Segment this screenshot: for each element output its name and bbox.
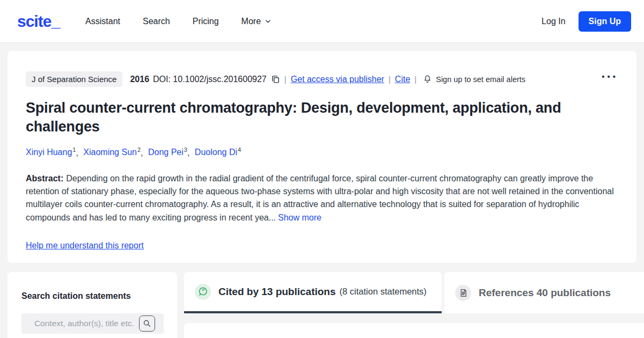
separator: | <box>414 75 416 84</box>
tab-references[interactable]: References 40 publications <box>444 272 644 313</box>
abstract-label: Abstract: <box>26 174 63 183</box>
author-affiliation-sup: 3 <box>184 146 187 153</box>
journal-badge: J of Separation Science <box>26 71 122 87</box>
paper-title: Spiral counter-current chromatography: D… <box>26 99 618 136</box>
nav-item-pricing[interactable]: Pricing <box>193 17 219 26</box>
author-affiliation-sup: 4 <box>238 146 241 153</box>
copy-icon <box>271 75 280 84</box>
author-link[interactable]: Xiaoming Sun <box>83 148 137 157</box>
overflow-menu-button[interactable]: ••• <box>602 72 618 86</box>
authors-line: Xinyi Huang1, Xiaoming Sun2, Dong Pei3, … <box>26 146 618 157</box>
help-understand-link[interactable]: Help me understand this report <box>26 241 144 251</box>
scite-logo[interactable]: scite_ <box>17 12 60 31</box>
tab-cited-by[interactable]: ” Cited by 13 publications (8 citation s… <box>184 272 442 313</box>
get-access-link[interactable]: Get access via publisher <box>291 75 384 84</box>
login-link[interactable]: Log In <box>541 17 565 26</box>
paper-meta-row: J of Separation Science 2016 DOI: 10.100… <box>26 71 618 87</box>
nav-item-assistant[interactable]: Assistant <box>85 17 120 26</box>
separator: | <box>284 75 287 84</box>
chevron-down-icon <box>265 18 272 25</box>
svg-text:”: ” <box>201 289 204 294</box>
paper-report-card: J of Separation Science 2016 DOI: 10.100… <box>8 51 636 263</box>
document-icon <box>455 285 471 301</box>
main-nav: Assistant Search Pricing More <box>85 17 272 26</box>
nav-pricing-label: Pricing <box>193 17 219 26</box>
bell-icon <box>423 75 432 84</box>
nav-item-search[interactable]: Search <box>143 17 170 26</box>
email-alerts-link[interactable]: Sign up to set email alerts <box>436 75 525 84</box>
separator: | <box>389 75 391 84</box>
citation-search-panel: Search citation statements <box>8 272 177 338</box>
nav-item-more[interactable]: More <box>241 17 272 26</box>
cite-link[interactable]: Cite <box>395 75 410 84</box>
magnifier-icon <box>143 319 151 328</box>
top-navbar: scite_ Assistant Search Pricing More Log… <box>0 0 644 43</box>
nav-assistant-label: Assistant <box>85 17 120 26</box>
cited-by-label: Cited by 13 publications <box>218 286 336 298</box>
author-separator: , <box>76 148 78 157</box>
publication-year: 2016 <box>130 75 149 84</box>
author-link[interactable]: Xinyi Huang <box>26 148 72 157</box>
show-more-link[interactable]: Show more <box>278 213 321 222</box>
author-separator: , <box>141 148 143 157</box>
nav-search-label: Search <box>143 17 170 26</box>
author-link[interactable]: Duolong Di <box>195 148 237 157</box>
citations-content-card <box>184 323 644 338</box>
citation-search-heading: Search citation statements <box>21 291 164 301</box>
quote-bubble-icon: ” <box>195 284 211 300</box>
author-separator: , <box>187 148 189 157</box>
copy-doi-button[interactable] <box>271 75 280 84</box>
citation-search-box <box>21 313 164 334</box>
citation-search-button[interactable] <box>139 315 155 332</box>
signup-button[interactable]: Sign Up <box>579 11 631 32</box>
references-label: References 40 publications <box>479 287 611 299</box>
author-link[interactable]: Dong Pei <box>148 148 184 157</box>
nav-more-label: More <box>241 17 261 26</box>
doi-text: DOI: 10.1002/jssc.201600927 <box>153 75 267 84</box>
citation-statements-count: (8 citation statements) <box>340 286 427 297</box>
abstract-paragraph: Abstract:Depending on the rapid growth i… <box>26 172 618 225</box>
